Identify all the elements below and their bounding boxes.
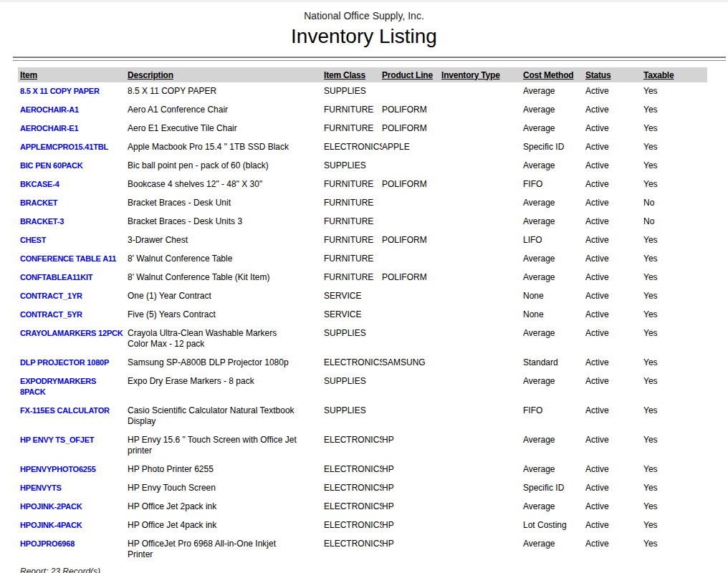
item-class-cell: ELECTRONICS	[324, 461, 382, 479]
status-cell: Active	[585, 461, 643, 479]
item-class-cell: SUPPLIES	[324, 324, 382, 354]
inventory-type-cell	[441, 231, 523, 250]
table-row: CONTRACT_1YR One (1) Year Contract SERVI…	[18, 287, 707, 306]
inventory-type-cell	[441, 324, 523, 354]
item-link[interactable]: HPENVYTS	[20, 483, 62, 492]
item-link[interactable]: CONFERENCE TABLE A11	[20, 254, 116, 263]
item-link[interactable]: HP ENVY TS_OFJET	[20, 435, 94, 444]
taxable-cell: Yes	[643, 461, 707, 479]
item-link[interactable]: HPOJINK-4PACK	[20, 521, 82, 529]
inventory-type-cell	[441, 306, 523, 324]
item-link[interactable]: HPOJINK-2PACK	[20, 502, 82, 511]
inventory-type-cell	[441, 372, 523, 402]
description-cell: Aero E1 Executive Tile Chair	[128, 120, 324, 138]
cost-method-cell: Average	[523, 250, 585, 269]
item-class-cell: FURNITURE	[324, 250, 382, 269]
table-row: BKCASE-4 Bookcase 4 shelves 12" - 48" X …	[18, 175, 707, 194]
taxable-cell: Yes	[643, 372, 707, 402]
item-link[interactable]: BRACKET-3	[20, 217, 64, 226]
taxable-cell: Yes	[643, 479, 707, 498]
table-row: EXPODRYMARKERS 8PACK Expo Dry Erase Mark…	[18, 372, 707, 402]
status-cell: Active	[585, 250, 643, 269]
item-link[interactable]: EXPODRYMARKERS 8PACK	[20, 377, 96, 396]
status-cell: Active	[585, 82, 643, 101]
report-page: National Office Supply, Inc. Inventory L…	[0, 0, 728, 573]
inventory-type-cell	[441, 535, 523, 564]
item-link[interactable]: CRAYOLAMARKERS 12PCK	[20, 329, 123, 337]
item-link[interactable]: APPLEMCPRO15.41TBL	[20, 143, 108, 151]
inventory-table-body: 8.5 X 11 COPY PAPER 8.5 X 11 COPY PAPER …	[18, 82, 707, 564]
item-link[interactable]: AEROCHAIR-A1	[20, 105, 79, 114]
taxable-cell: Yes	[643, 157, 707, 175]
description-cell: 8' Walnut Conference Table (Kit Item)	[128, 269, 324, 287]
column-header-description: Description	[128, 67, 324, 82]
cost-method-cell: Average	[523, 461, 585, 479]
item-cell: 8.5 X 11 COPY PAPER	[18, 82, 128, 101]
item-cell: APPLEMCPRO15.41TBL	[18, 138, 128, 157]
table-row: AEROCHAIR-A1 Aero A1 Conference Chair FU…	[18, 101, 707, 120]
item-cell: AEROCHAIR-A1	[18, 101, 128, 120]
item-link[interactable]: DLP PROJECTOR 1080P	[20, 358, 109, 367]
inventory-type-cell	[441, 138, 523, 157]
inventory-table: Item Description Item Class Product Line…	[18, 67, 707, 564]
item-link[interactable]: BKCASE-4	[20, 180, 59, 188]
inventory-type-cell	[441, 431, 523, 461]
cost-method-cell: Average	[523, 324, 585, 354]
item-cell: CRAYOLAMARKERS 12PCK	[18, 324, 128, 354]
item-link[interactable]: BIC PEN 60PACK	[20, 161, 82, 170]
cost-method-cell: Average	[523, 157, 585, 175]
taxable-cell: Yes	[643, 138, 707, 157]
description-cell: Expo Dry Erase Markers - 8 pack	[128, 372, 324, 402]
description-cell: Aero A1 Conference Chair	[128, 101, 324, 120]
table-row: HPOJINK-2PACK HP Office Jet 2pack ink EL…	[18, 498, 707, 516]
description-cell: 3-Drawer Chest	[128, 231, 324, 250]
item-link[interactable]: CONTRACT_1YR	[20, 292, 82, 300]
inventory-type-cell	[441, 82, 523, 101]
inventory-type-cell	[441, 354, 523, 372]
status-cell: Active	[585, 175, 643, 194]
inventory-type-cell	[441, 194, 523, 213]
item-link[interactable]: HPOJPRO6968	[20, 539, 75, 548]
status-cell: Active	[585, 535, 643, 564]
item-link[interactable]: AEROCHAIR-E1	[20, 124, 78, 133]
item-link[interactable]: HPENVYPHOTO6255	[20, 465, 96, 473]
item-link[interactable]: BRACKET	[20, 198, 57, 207]
item-link[interactable]: FX-115ES CALCULATOR	[20, 406, 110, 415]
item-class-cell: ELECTRONICS	[324, 431, 382, 461]
product-line-cell	[382, 324, 441, 354]
item-link[interactable]: CONTRACT_5YR	[20, 310, 82, 319]
description-cell: HP OfficeJet Pro 6968 All-in-One Inkjet …	[128, 535, 324, 564]
cost-method-cell: Lot Costing	[523, 516, 585, 535]
item-class-cell: FURNITURE	[324, 231, 382, 250]
cost-method-cell: LIFO	[523, 231, 585, 250]
description-cell: HP Photo Printer 6255	[128, 461, 324, 479]
status-cell: Active	[585, 516, 643, 535]
table-row: HP ENVY TS_OFJET HP Envy 15.6 " Touch Sc…	[18, 431, 707, 461]
item-link[interactable]: CONFTABLEA11KIT	[20, 273, 92, 281]
cost-method-cell: Average	[523, 194, 585, 213]
item-link[interactable]: CHEST	[20, 236, 46, 244]
cost-method-cell: Average	[523, 269, 585, 287]
item-cell: CHEST	[18, 231, 128, 250]
item-cell: CONFTABLEA11KIT	[18, 269, 128, 287]
status-cell: Active	[585, 194, 643, 213]
product-line-cell	[382, 250, 441, 269]
inventory-type-cell	[441, 479, 523, 498]
description-cell: HP Office Jet 2pack ink	[128, 498, 324, 516]
product-line-cell: POLIFORM	[382, 101, 441, 120]
taxable-cell: Yes	[643, 101, 707, 120]
table-row: FX-115ES CALCULATOR Casio Scientific Cal…	[18, 402, 707, 431]
cost-method-cell: Average	[523, 535, 585, 564]
taxable-cell: Yes	[643, 306, 707, 324]
item-link[interactable]: 8.5 X 11 COPY PAPER	[20, 87, 100, 95]
inventory-type-cell	[441, 213, 523, 231]
taxable-cell: No	[643, 213, 707, 231]
inventory-type-cell	[441, 101, 523, 120]
product-line-cell: HP	[382, 498, 441, 516]
taxable-cell: Yes	[643, 324, 707, 354]
company-name: National Office Supply, Inc.	[0, 9, 728, 22]
description-cell: One (1) Year Contract	[128, 287, 324, 306]
item-class-cell: FURNITURE	[324, 175, 382, 194]
item-class-cell: FURNITURE	[324, 269, 382, 287]
table-row: HPOJPRO6968 HP OfficeJet Pro 6968 All-in…	[18, 535, 707, 564]
